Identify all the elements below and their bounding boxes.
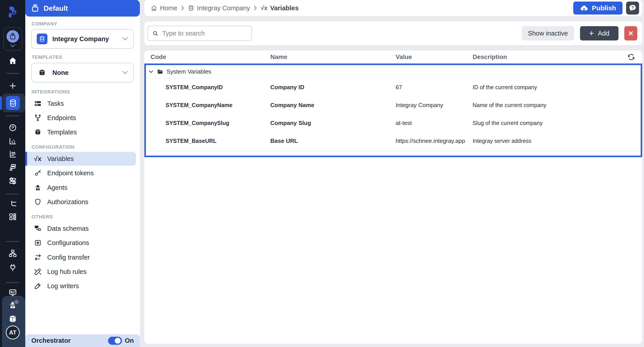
template-select[interactable]: None (31, 63, 134, 82)
cell-code: SYSTEM_CompanySlug (146, 120, 270, 126)
sitemap-icon[interactable] (0, 249, 25, 258)
templates-section-label: TEMPLATES (32, 54, 62, 60)
sidebar-item-label: Configurations (47, 239, 89, 247)
scatter-chart-icon[interactable] (0, 137, 25, 145)
main-area: Home Integray Company √x Variables (140, 0, 644, 347)
sidebar-item-label: Authorizations (47, 198, 88, 206)
add-button[interactable]: + Add (580, 26, 618, 40)
data-module-icon[interactable] (6, 96, 20, 110)
search-input[interactable] (162, 29, 247, 37)
table-row[interactable]: SYSTEM_CompanyName Company Name Integray… (146, 96, 641, 114)
group-row-system-variables[interactable]: System Variables (146, 65, 641, 78)
chevron-right-icon (180, 5, 185, 11)
sidebar-item-endpoints[interactable]: Endpoints (25, 111, 136, 125)
sidebar-item-label: Variables (47, 155, 74, 163)
cloud-upload-icon (580, 4, 588, 12)
bar-chart-icon[interactable] (0, 150, 25, 158)
cell-name: Company ID (270, 84, 396, 91)
toggle-knob (115, 338, 120, 344)
configuration-section-label: CONFIGURATION (32, 144, 74, 150)
sidebar-item-log-writers[interactable]: Log writers (25, 279, 136, 293)
user-avatar[interactable]: AT (6, 326, 20, 340)
chevron-down-icon (122, 70, 128, 75)
rail-divider (6, 194, 20, 195)
cell-code: SYSTEM_CompanyID (146, 84, 270, 90)
sidebar-item-agents[interactable]: Agents (25, 180, 136, 195)
breadcrumb-company[interactable]: Integray Company (188, 4, 250, 12)
chevron-down-icon (122, 37, 128, 41)
package-icon[interactable] (0, 314, 25, 324)
key-icon (34, 169, 42, 177)
sidebar-item-label: Log writers (47, 282, 79, 290)
breadcrumb-home[interactable]: Home (150, 4, 177, 12)
cell-name: Base URL (270, 137, 396, 144)
cell-value: 67 (396, 84, 472, 91)
sidebar-item-authorizations[interactable]: Authorizations (25, 195, 136, 209)
cell-description: Slug of the current company (472, 120, 641, 126)
home-icon[interactable] (0, 56, 25, 65)
system-variables-group: System Variables SYSTEM_CompanyID Compan… (144, 63, 642, 157)
chevron-down-icon (148, 69, 154, 74)
sliders-icon[interactable] (0, 177, 25, 185)
components-grid-icon[interactable] (0, 212, 25, 221)
workspace-container-icon (6, 30, 19, 43)
workspace-title: Default (44, 4, 68, 12)
integrations-section-label: INTEGRATIONS (32, 89, 70, 95)
sidebar-item-variables[interactable]: √x Variables (25, 152, 136, 166)
orchestrator-toggle[interactable] (108, 337, 122, 345)
sidebar-item-label: Agents (47, 184, 67, 191)
sidebar-item-config-transfer[interactable]: Config transfer (25, 250, 136, 265)
home-icon (150, 5, 157, 11)
search-box[interactable] (148, 26, 252, 41)
breadcrumb-variables[interactable]: √x Variables (261, 4, 298, 12)
agent-notification-dot (14, 299, 20, 305)
sidebar-item-data-schemas[interactable]: Data schemas (25, 221, 136, 236)
cell-value: Integray Company (396, 102, 472, 109)
sidebar-item-endpoint-tokens[interactable]: Endpoint tokens (25, 166, 136, 180)
svg-text:?: ? (631, 5, 634, 10)
variables-table: Code Name Value Description (144, 50, 642, 344)
orchestrator-bar: Orchestrator On (25, 334, 140, 347)
company-select-value: Integray Company (52, 35, 117, 43)
sidebar-item-log-hub-rules[interactable]: Log hub rules (25, 265, 136, 279)
agent-status-icon[interactable] (0, 301, 25, 310)
sidebar-item-label: Config transfer (47, 254, 90, 261)
column-header-value: Value (396, 53, 472, 61)
rail-divider (6, 115, 20, 116)
template-select-value: None (52, 69, 117, 76)
sidebar-item-configurations[interactable]: Configurations (25, 236, 136, 250)
cell-code: SYSTEM_BaseURL (146, 138, 270, 144)
chevron-right-icon (253, 5, 258, 11)
breadcrumb-bar: Home Integray Company √x Variables (144, 0, 642, 16)
table-row[interactable]: SYSTEM_CompanyID Company ID 67 ID of the… (146, 78, 641, 96)
cell-name: Company Name (270, 102, 396, 109)
publish-button[interactable]: Publish (573, 1, 622, 14)
table-row[interactable]: SYSTEM_CompanySlug Company Slug at-test … (146, 114, 641, 132)
pencil-icon (34, 282, 42, 290)
toolbar-actions: Show inactive + Add ✕ (522, 26, 637, 40)
company-select[interactable]: Integray Company (31, 29, 134, 49)
tasks-icon (34, 100, 42, 107)
refresh-icon[interactable] (628, 53, 635, 61)
add-workspace-icon[interactable] (0, 82, 25, 90)
close-button[interactable]: ✕ (624, 26, 637, 40)
transfer-arrows-icon (34, 254, 42, 261)
show-inactive-button[interactable]: Show inactive (522, 26, 574, 40)
agent-icon (34, 184, 42, 191)
plug-icon[interactable] (0, 263, 25, 272)
dashboard-icon[interactable] (0, 123, 25, 132)
sidebar-item-label: Tasks (47, 100, 64, 107)
cell-code: SYSTEM_CompanyName (146, 102, 270, 108)
task-runs-icon[interactable] (0, 163, 25, 172)
sidebar-item-templates[interactable]: Templates (25, 125, 136, 139)
sidebar-item-tasks[interactable]: Tasks (25, 96, 136, 111)
sidebar: Default COMPANY Integray Company TEMPLAT… (25, 0, 140, 347)
column-header-code: Code (144, 53, 270, 61)
table-row[interactable]: SYSTEM_BaseURL Base URL https://schnee.i… (146, 132, 641, 150)
workspace-switcher[interactable] (3, 27, 22, 50)
workspace-header[interactable]: Default (25, 0, 140, 16)
cell-value: https://schnee.integray.app (396, 137, 472, 144)
help-button[interactable]: ? (626, 1, 639, 14)
flow-tree-icon[interactable] (0, 200, 25, 208)
integray-logo-icon[interactable] (0, 4, 25, 20)
